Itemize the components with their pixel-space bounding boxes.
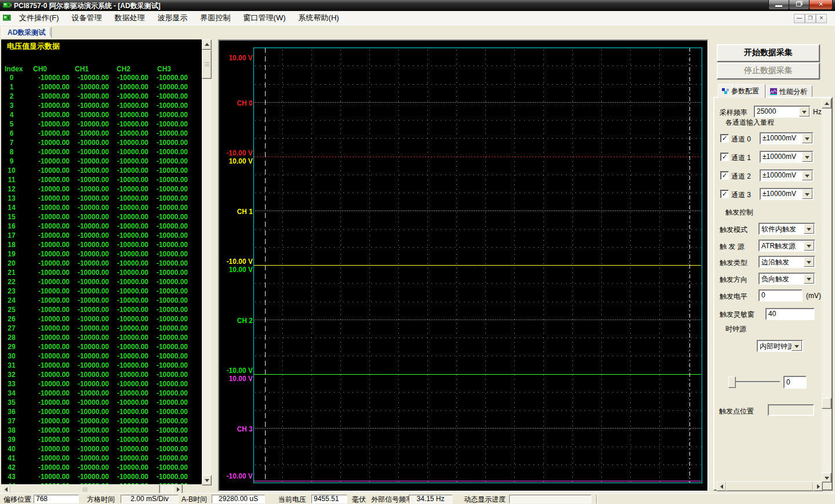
table-cell-ch0: -10000.00	[31, 361, 70, 369]
sample-rate-combo[interactable]: 25000	[754, 106, 811, 118]
menu-item-2[interactable]: 设备管理	[67, 11, 107, 25]
dropdown-button[interactable]	[802, 171, 812, 180]
table-cell-ch1: -10000.00	[71, 398, 109, 407]
menu-item-5[interactable]: 界面控制	[195, 11, 236, 25]
offset-slider-track[interactable]	[731, 381, 780, 382]
mdi-minimize-button[interactable]: —	[794, 14, 805, 23]
trigger-position-field[interactable]	[768, 404, 814, 416]
mdi-close-button[interactable]: ✕	[816, 14, 827, 23]
table-row: 19-10000.00-10000.00-10000.00-10000.00	[1, 250, 202, 259]
tab-ad-test[interactable]: AD数采测试	[1, 27, 52, 38]
table-cell-ch0: -10000.00	[31, 101, 70, 110]
offset-value-field[interactable]: 0	[783, 376, 807, 389]
dropdown-button[interactable]	[804, 224, 814, 234]
scroll-thumb[interactable]	[202, 50, 212, 79]
channel-1-range-combo[interactable]: ±10000mV	[760, 151, 814, 163]
status-field-0[interactable]: 768	[34, 495, 79, 503]
tab-performance-analysis[interactable]: 性能分析	[766, 85, 812, 97]
app-icon	[3, 2, 12, 9]
dropdown-button[interactable]	[802, 152, 812, 162]
table-cell-ch2: -10000.00	[110, 148, 148, 156]
trigger-field-3-combo[interactable]: 负向触发	[758, 273, 815, 285]
combo-value: 软件内触发	[761, 224, 796, 234]
table-row: 6-10000.00-10000.00-10000.00-10000.00	[1, 129, 202, 139]
table-cell-ch1: -10000.00	[71, 176, 109, 184]
combo-value: ATR触发源	[761, 241, 796, 251]
dropdown-button[interactable]	[804, 274, 814, 284]
scroll-right-button[interactable]	[813, 481, 823, 491]
channel-2-range-combo[interactable]: ±10000mV	[760, 169, 814, 182]
dropdown-button[interactable]	[804, 241, 814, 251]
close-button[interactable]: ✕	[809, 0, 833, 10]
table-cell-ch3: -10000.00	[150, 380, 188, 388]
table-cell-ch1: -10000.00	[71, 408, 109, 416]
stop-acquisition-button[interactable]: 停止数据采集	[717, 63, 820, 79]
minimize-button[interactable]	[768, 0, 789, 10]
table-cell-ch0: -10000.00	[31, 436, 70, 444]
menu-item-3[interactable]: 数据处理	[110, 11, 150, 25]
start-acquisition-button[interactable]: 开始数据采集	[717, 44, 820, 62]
channel-0-range-combo[interactable]: ±10000mV	[760, 132, 814, 144]
table-cell-ch3: -10000.00	[150, 92, 188, 100]
trigger-field-1-combo[interactable]: ATR触发源	[758, 240, 815, 252]
scroll-thumb[interactable]	[822, 398, 832, 409]
table-cell-index: 12	[2, 185, 21, 193]
table-vertical-scrollbar[interactable]	[202, 39, 212, 484]
dropdown-button[interactable]	[802, 189, 812, 199]
channel-2-checkbox[interactable]: ✓	[720, 171, 729, 180]
table-cell-ch1: -10000.00	[71, 269, 109, 277]
menu-item-1[interactable]: 文件操作(F)	[14, 11, 64, 25]
tab-label: 性能分析	[779, 87, 807, 97]
scroll-up-button[interactable]	[822, 99, 832, 108]
scroll-up-button[interactable]	[202, 39, 212, 50]
dropdown-button[interactable]	[799, 107, 809, 117]
channel-1-checkbox[interactable]: ✓	[720, 153, 729, 161]
tab-parameter-config[interactable]: 参数配置	[718, 84, 765, 98]
scroll-left-button[interactable]	[717, 481, 727, 491]
status-field-3[interactable]: 9455.51	[311, 495, 347, 503]
restore-button[interactable]	[789, 0, 809, 10]
table-cell-ch2: -10000.00	[110, 417, 148, 425]
table-cell-ch2: -10000.00	[110, 371, 148, 379]
table-cell-ch3: -10000.00	[150, 213, 188, 221]
table-cell-ch3: -10000.00	[150, 389, 188, 397]
config-vertical-scrollbar[interactable]	[822, 99, 830, 481]
dropdown-button[interactable]	[804, 257, 814, 267]
channel-3-checkbox[interactable]: ✓	[720, 190, 729, 198]
offset-slider-thumb[interactable]	[728, 376, 736, 388]
trigger-field-4-input[interactable]: 0	[758, 289, 803, 302]
status-field-2[interactable]: 29280.00 uS	[212, 495, 265, 503]
document-icon	[3, 14, 12, 21]
scroll-down-button[interactable]	[202, 475, 212, 485]
channel-3-range-combo[interactable]: ±10000mV	[760, 188, 814, 200]
table-cell-ch1: -10000.00	[71, 222, 109, 230]
table-cell-ch1: -10000.00	[71, 74, 109, 82]
table-cell-index: 27	[2, 324, 21, 332]
table-cell-ch3: -10000.00	[150, 222, 188, 230]
table-cell-ch0: -10000.00	[31, 417, 70, 425]
table-cell-ch3: -10000.00	[150, 139, 188, 147]
config-horizontal-scrollbar[interactable]	[717, 481, 822, 490]
dropdown-button[interactable]	[792, 341, 802, 351]
table-cell-ch2: -10000.00	[110, 380, 148, 388]
menu-item-6[interactable]: 窗口管理(W)	[238, 11, 291, 25]
menu-item-4[interactable]: 波形显示	[153, 11, 193, 25]
table-cell-ch2: -10000.00	[110, 315, 148, 323]
dropdown-button[interactable]	[802, 133, 812, 143]
waveform-canvas[interactable]	[219, 41, 707, 491]
scroll-down-button[interactable]	[822, 473, 832, 483]
trigger-field-0-combo[interactable]: 软件内触发	[758, 223, 815, 235]
mdi-restore-button[interactable]: ❐	[805, 14, 816, 23]
channel-0-checkbox[interactable]: ✓	[720, 134, 729, 143]
trigger-field-5-input[interactable]: 40	[765, 308, 815, 320]
menu-item-7[interactable]: 系统帮助(H)	[293, 11, 344, 25]
table-cell-ch3: -10000.00	[150, 74, 188, 82]
table-horizontal-scrollbar[interactable]	[1, 484, 182, 493]
arrow-left-icon	[2, 487, 8, 492]
table-cell-ch1: -10000.00	[71, 166, 109, 175]
scroll-thumb[interactable]	[726, 481, 814, 491]
clock-source-combo[interactable]: 内部时钟源	[757, 340, 803, 352]
table-row: 13-10000.00-10000.00-10000.00-10000.00	[1, 194, 202, 204]
trigger-field-2-combo[interactable]: 边沿触发	[758, 256, 815, 268]
table-header-ch3: CH3	[157, 65, 171, 73]
